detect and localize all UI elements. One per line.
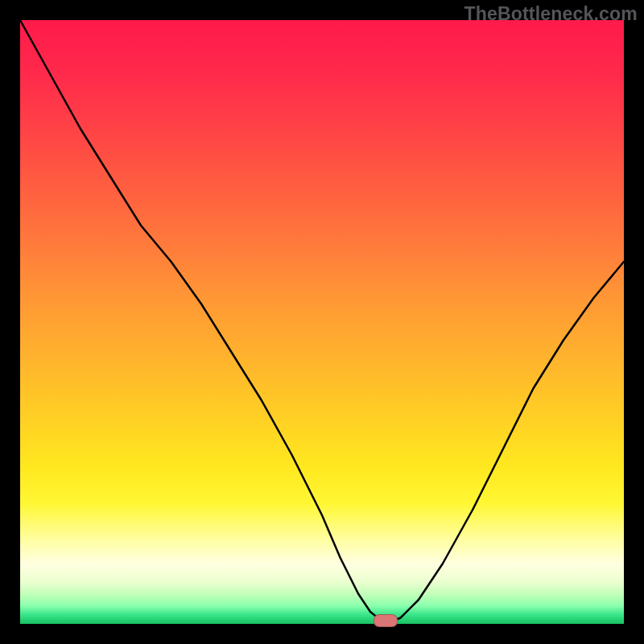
optimal-point-marker (374, 614, 398, 627)
chart-plot-area (20, 20, 624, 624)
chart-frame: TheBottleneck.com (0, 0, 644, 644)
watermark-text: TheBottleneck.com (464, 3, 638, 25)
bottleneck-curve (20, 20, 624, 624)
